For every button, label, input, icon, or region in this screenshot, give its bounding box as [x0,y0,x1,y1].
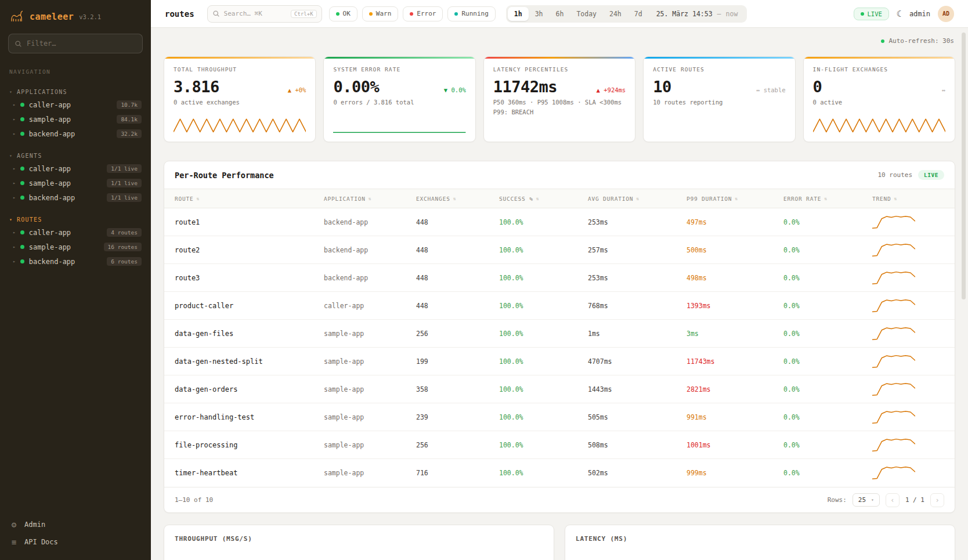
exchanges-value: 199 [416,357,499,366]
table-row[interactable]: data-gen-nested-splitsample-app199100.0%… [164,348,955,375]
exchanges-value: 716 [416,469,499,477]
content: Auto-refresh: 30s TOTAL THROUGHPUT3.816▲… [151,28,968,560]
column-header-success-[interactable]: SUCCESS %⇅ [499,196,588,202]
sidebar-item-sample-app[interactable]: ▸sample-app16 routes [0,240,151,254]
sidebar-footer-admin[interactable]: ⚙Admin [9,516,142,533]
range-24h[interactable]: 24h [603,7,628,21]
status-dot-icon [20,245,24,249]
range-today[interactable]: Today [570,7,603,21]
section-label: AGENTS [17,153,42,159]
table-row[interactable]: timer-heartbeatsample-app716100.0%502ms9… [164,459,955,487]
sidebar-item-backend-app[interactable]: ▸backend-app1/1 live [0,190,151,205]
filter-chip-ok[interactable]: OK [329,6,357,21]
table-row[interactable]: route2backend-app448100.0%257ms500ms0.0% [164,236,955,264]
filter-chip-warn[interactable]: Warn [362,6,399,21]
sidebar-item-caller-app[interactable]: ▸caller-app10.7k [0,97,151,112]
table-row[interactable]: route3backend-app448100.0%253ms498ms0.0% [164,264,955,292]
avatar[interactable]: AD [938,6,954,22]
table-row[interactable]: product-callercaller-app448100.0%768ms13… [164,292,955,320]
column-header-exchanges[interactable]: EXCHANGES⇅ [416,196,499,202]
search-input[interactable] [224,10,287,17]
application-name: sample-app [324,469,416,477]
dark-mode-toggle[interactable]: ☾ [897,9,902,19]
live-badge[interactable]: LIVE [854,8,889,20]
kpi-card-2: SYSTEM ERROR RATE0.00%▼ 0.0%0 errors / 3… [323,56,475,142]
column-header-p99-duration[interactable]: P99 DURATION⇅ [687,196,783,202]
chip-label: OK [343,10,351,17]
range-1h[interactable]: 1h [508,7,529,21]
filter-chip-running[interactable]: Running [447,6,495,21]
sidebar-item-sample-app[interactable]: ▸sample-app1/1 live [0,176,151,190]
sidebar-footer-api-docs[interactable]: ≡API Docs [9,533,142,551]
section-header-routes[interactable]: ▾ROUTES [0,214,151,225]
item-badge: 1/1 live [107,164,142,173]
error-rate-value: 0.0% [783,302,872,310]
avg-duration-value: 1443ms [588,385,687,393]
p99-duration-value: 1393ms [687,302,783,310]
sort-icon: ⇅ [894,196,898,201]
sidebar-item-backend-app[interactable]: ▸backend-app32.2k [0,127,151,141]
chart-panel-throughput: THROUGHPUT (MSG/S) [164,525,554,560]
column-header-route[interactable]: ROUTE⇅ [175,196,324,202]
page-title: routes [165,9,194,19]
rows-per-page-select[interactable]: 25 ▾ [853,493,880,507]
column-label: AVG DURATION [588,196,633,202]
status-dot-icon [20,196,24,200]
sidebar-item-backend-app[interactable]: ▸backend-app6 routes [0,254,151,269]
refresh-dot-icon [881,39,884,43]
column-label: EXCHANGES [416,196,450,202]
p99-duration-value: 498ms [687,274,783,282]
item-badge: 4 routes [107,228,142,237]
item-badge: 10.7k [117,100,142,109]
column-header-application[interactable]: APPLICATION⇅ [324,196,416,202]
kpi-grid: TOTAL THROUGHPUT3.816▲ +0%0 active excha… [164,56,955,142]
trend-sparkline [872,298,944,313]
time-from: 25. März 14:53 [656,10,713,18]
section-header-applications[interactable]: ▾APPLICATIONS [0,86,151,97]
kpi-value-row: 11742ms▲ +924ms [493,78,626,96]
item-badge: 1/1 live [107,193,142,202]
sidebar-item-sample-app[interactable]: ▸sample-app84.1k [0,112,151,127]
time-range-display[interactable]: 25. März 14:53 — now [649,10,746,18]
route-name: data-gen-nested-split [175,357,324,366]
avg-duration-value: 508ms [588,441,687,449]
column-header-error-rate[interactable]: ERROR RATE⇅ [783,196,872,202]
app-brand: cameleer [30,12,74,22]
topbar-right: LIVE ☾ admin AD [854,6,954,22]
range-7d[interactable]: 7d [628,7,649,21]
sort-icon: ⇅ [636,196,640,201]
range-6h[interactable]: 6h [550,7,570,21]
prev-page-button[interactable]: ‹ [886,493,900,507]
table-row[interactable]: data-gen-orderssample-app358100.0%1443ms… [164,375,955,403]
section-header-agents[interactable]: ▾AGENTS [0,150,151,161]
filter-input[interactable] [27,39,136,48]
status-dot-icon [20,230,24,234]
table-row[interactable]: route1backend-app448100.0%253ms497ms0.0% [164,208,955,236]
chevron-right-icon: ▸ [13,195,16,200]
kpi-value: 0 [813,78,822,96]
scrollbar[interactable] [962,32,966,299]
p99-duration-value: 991ms [687,413,783,421]
kpi-accent-bar [484,57,635,59]
route-name: product-caller [175,302,324,310]
application-name: caller-app [324,302,416,310]
table-row[interactable]: file-processingsample-app256100.0%508ms1… [164,431,955,459]
table-row[interactable]: error-handling-testsample-app239100.0%50… [164,403,955,431]
kpi-value-row: 10⇔ stable [653,78,785,96]
column-header-trend[interactable]: TREND⇅ [872,196,944,202]
sidebar-item-caller-app[interactable]: ▸caller-app1/1 live [0,161,151,176]
panel-head: Per-Route Performance 10 routes LIVE [164,161,955,189]
table-row[interactable]: data-gen-filessample-app256100.0%1ms3ms0… [164,320,955,348]
avg-duration-value: 253ms [588,274,687,282]
sidebar-item-caller-app[interactable]: ▸caller-app4 routes [0,225,151,240]
sidebar-item-label: backend-app [29,258,75,266]
avg-duration-value: 505ms [588,413,687,421]
success-value: 100.0% [499,469,588,477]
column-header-avg-duration[interactable]: AVG DURATION⇅ [588,196,687,202]
next-page-button[interactable]: › [930,493,944,507]
status-dot-icon [20,132,24,136]
trend-sparkline [872,438,944,453]
range-3h[interactable]: 3h [529,7,550,21]
avg-duration-value: 502ms [588,469,687,477]
filter-chip-error[interactable]: Error [403,6,443,21]
